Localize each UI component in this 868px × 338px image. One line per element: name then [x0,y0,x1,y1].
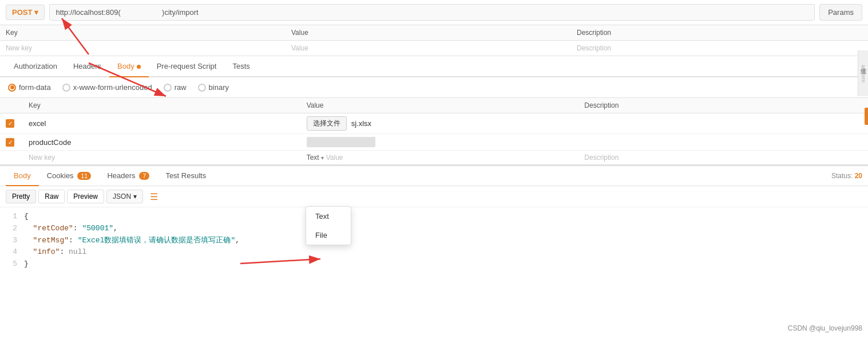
response-tab-cookies[interactable]: Cookies 11 [39,166,100,186]
form-data-table: Key Value Description excel 选择文件 sj.xlsx… [0,98,868,165]
tab-tests[interactable]: Tests [224,56,257,77]
response-tabs: Body Cookies 11 Headers 7 Test Results [6,166,214,186]
method-label: POST [12,8,32,17]
table-row: productCode [0,134,868,151]
new-desc-input[interactable]: Description [584,154,862,162]
x-www-form-urlencoded-option[interactable]: x-www-form-urlencoded [62,83,152,92]
tab-authorization[interactable]: Authorization [6,56,65,77]
raw-button[interactable]: Raw [38,190,65,203]
params-table: Key Value Description New key Value Desc… [0,25,868,56]
params-desc-placeholder: Description [577,44,862,52]
response-tab-body[interactable]: Body [6,166,39,186]
response-tabs-row: Body Cookies 11 Headers 7 Test Results S… [0,166,868,186]
file-name-label: sj.xlsx [351,119,371,128]
form-key-header: Key [29,101,307,109]
productcode-key: productCode [29,138,307,147]
tab-body[interactable]: Body [109,56,149,77]
form-desc-header: Description [584,101,862,109]
type-dropdown-popup: Text File [306,206,351,245]
method-selector[interactable]: POST ▾ [6,5,45,20]
binary-radio[interactable] [198,84,206,92]
table-row: excel 选择文件 sj.xlsx [0,113,868,134]
method-chevron-icon: ▾ [34,8,38,17]
params-new-key[interactable]: New key [6,44,291,52]
tab-pre-request[interactable]: Pre-request Script [149,56,225,77]
orange-marker [865,108,868,125]
dropdown-item-file[interactable]: File [306,226,351,245]
dropdown-item-text[interactable]: Text [306,207,351,226]
url-bar: POST ▾ Params [0,0,868,25]
binary-option[interactable]: binary [198,83,229,92]
excel-checkbox[interactable] [6,119,14,128]
params-desc-header: Description [577,29,862,37]
raw-option[interactable]: raw [164,83,187,92]
headers-badge: 7 [139,172,149,180]
right-decoration: 式传道 art/form [858,50,868,96]
response-tab-headers[interactable]: Headers 7 [99,166,157,186]
type-dropdown[interactable]: Text ▾ [307,154,324,162]
params-key-header: Key [6,29,291,37]
response-section: Body Cookies 11 Headers 7 Test Results S… [0,165,868,338]
params-value-header: Value [291,29,577,37]
params-empty-row: New key Value Description [0,41,868,56]
response-tab-test-results[interactable]: Test Results [157,166,214,186]
watermark: CSDN @qiu_lovejun998 [788,324,862,332]
params-table-header: Key Value Description [0,25,868,41]
status-value: 20 [855,172,862,180]
response-toolbar: Pretty Raw Preview JSON ▾ ☰ [0,186,868,207]
code-area: 1 { 2 "retCode": "50001", 3 "retMsg": "E… [0,207,868,338]
params-button[interactable]: Params [819,4,862,21]
raw-radio[interactable] [164,84,172,92]
code-line-4: 4 "info": null [6,246,862,258]
body-tab-dot [137,65,141,69]
form-check-header [6,101,29,109]
urlencoded-radio[interactable] [62,84,70,92]
choose-file-button[interactable]: 选择文件 [307,116,347,131]
productcode-checkbox[interactable] [6,138,14,147]
code-line-3: 3 "retMsg": "Excel数据填错误，请确认数据是否填写正确", [6,235,862,247]
form-data-option[interactable]: form-data [8,83,51,92]
pretty-button[interactable]: Pretty [6,190,36,203]
excel-file-value: 选择文件 sj.xlsx [307,116,585,131]
tab-headers[interactable]: Headers [65,56,109,77]
code-line-5: 5 } [6,258,862,270]
new-key-row: New key Text ▾ Value Description [0,151,868,165]
form-data-radio[interactable] [8,84,16,92]
code-line-1: 1 { [6,211,862,223]
cookies-badge: 11 [77,172,91,180]
new-key-input[interactable]: New key [29,154,307,162]
form-table-header: Key Value Description [0,98,868,113]
productcode-value-blurred[interactable] [307,137,375,147]
code-line-2: 2 "retCode": "50001", [6,223,862,235]
excel-key: excel [29,119,307,128]
preview-button[interactable]: Preview [67,190,104,203]
url-input[interactable] [49,4,815,21]
status-text: Status: 20 [831,172,862,180]
body-options: form-data x-www-form-urlencoded raw bina… [0,77,868,98]
request-tabs: Authorization Headers Body Pre-request S… [0,56,868,77]
filter-icon[interactable]: ☰ [150,191,158,202]
params-value-placeholder[interactable]: Value [291,44,577,52]
json-format-select[interactable]: JSON ▾ [106,190,143,203]
form-value-header: Value [307,101,585,109]
new-value-input[interactable]: Value [326,154,343,162]
